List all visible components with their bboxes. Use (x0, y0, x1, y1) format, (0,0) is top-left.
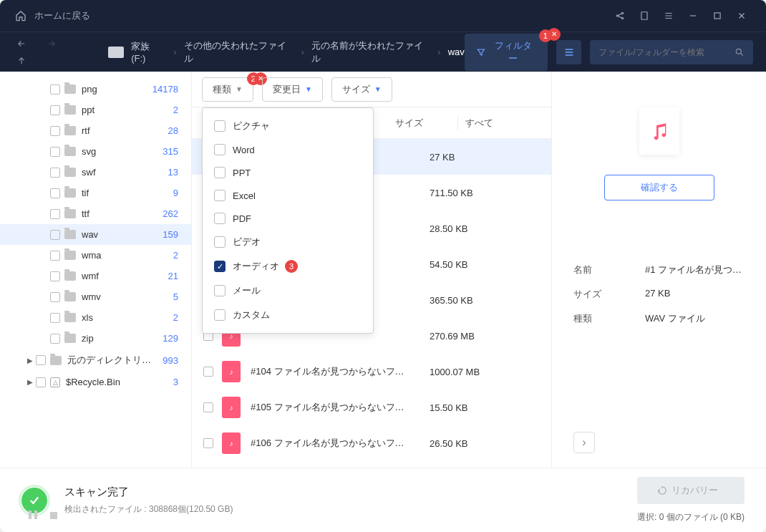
dropdown-item-custom[interactable]: カスタム (203, 303, 373, 327)
table-row[interactable]: ♪ #104 ファイル名が見つからないフ… 1000.07 MB (192, 354, 551, 390)
file-name: #106 ファイル名が見つからないフ… (251, 437, 430, 450)
sidebar-item-svg[interactable]: svg 315 (0, 141, 191, 162)
filter-clear-icon[interactable]: ✕ (548, 28, 561, 41)
close-icon[interactable] (732, 6, 752, 26)
dropdown-item-audio[interactable]: ✓ オーディオ3 (203, 254, 373, 279)
confirm-button[interactable]: 確認する (604, 175, 714, 200)
dropdown-item-mail[interactable]: メール (203, 279, 373, 303)
sidebar-item-xls[interactable]: xls 2 (0, 307, 191, 328)
nav-back-icon[interactable] (13, 35, 30, 52)
pause-icon[interactable] (29, 511, 37, 519)
filter-type-dropdown[interactable]: 種類▼ 2 ✕ (202, 77, 253, 102)
checkbox-icon[interactable] (214, 144, 226, 155)
sidebar-item[interactable]: ▶ 元のディレクトリを失っ… 993 (0, 349, 191, 372)
search-input[interactable] (598, 47, 735, 57)
sidebar-item-png[interactable]: png 14178 (0, 79, 191, 100)
sidebar-item-count: 3 (173, 377, 178, 387)
sidebar-item-rtf[interactable]: rtf 28 (0, 120, 191, 141)
dropdown-item-video[interactable]: ビデオ (203, 230, 373, 254)
home-link[interactable]: ホームに戻る (34, 9, 90, 22)
nav-forward-icon[interactable] (43, 35, 60, 52)
sidebar-item-wma[interactable]: wma 2 (0, 245, 191, 266)
dropdown-item-ppt[interactable]: PPT (203, 161, 373, 184)
filter-size-dropdown[interactable]: サイズ▼ (331, 77, 392, 102)
maximize-icon[interactable] (707, 6, 727, 26)
sidebar-item-tif[interactable]: tif 9 (0, 183, 191, 203)
titlebar: ホームに戻る (0, 0, 766, 32)
checkbox-icon[interactable] (50, 84, 60, 95)
col-all[interactable]: すべて (458, 117, 551, 130)
bookmark-icon[interactable] (634, 6, 654, 26)
crumb-1[interactable]: その他の失われたファイル (184, 39, 294, 65)
dropdown-item-word[interactable]: Word (203, 138, 373, 161)
checkbox-icon[interactable] (50, 313, 60, 323)
checkbox-icon[interactable] (36, 377, 46, 387)
folder-icon (64, 313, 76, 322)
col-size[interactable]: サイズ (388, 117, 458, 130)
sidebar-item-count: 28 (168, 125, 178, 136)
expand-icon[interactable]: ▶ (27, 357, 36, 364)
sidebar-item-wav[interactable]: wav 159 (0, 224, 191, 245)
checkbox-icon[interactable] (50, 188, 60, 198)
sidebar-item-wmf[interactable]: wmf 21 (0, 266, 191, 286)
checkbox-icon[interactable] (214, 167, 226, 178)
detail-type-label: 種類 (573, 312, 645, 325)
sidebar-item-swf[interactable]: swf 13 (0, 162, 191, 183)
search-icon[interactable] (735, 47, 745, 57)
minimize-icon[interactable] (683, 6, 703, 26)
stop-icon[interactable] (50, 512, 57, 519)
checkbox-icon[interactable] (50, 230, 60, 240)
filter-bar: 種類▼ 2 ✕ 変更日▼ サイズ▼ (192, 72, 551, 107)
dropdown-item-excel[interactable]: Excel (203, 184, 373, 207)
sidebar-item-count: 2 (173, 250, 178, 261)
sidebar-item-ppt[interactable]: ppt 2 (0, 100, 191, 120)
checkbox-icon[interactable] (50, 334, 60, 344)
checkbox-icon[interactable] (214, 120, 226, 132)
checkbox-icon[interactable] (50, 292, 60, 302)
menu-icon[interactable] (659, 6, 679, 26)
checkbox-icon[interactable] (50, 271, 60, 281)
checkbox-icon[interactable] (50, 168, 60, 178)
checkbox-icon[interactable] (50, 251, 60, 261)
expand-icon[interactable]: ▶ (27, 378, 36, 386)
share-icon[interactable] (610, 6, 630, 26)
dropdown-item-pdf[interactable]: PDF (203, 207, 373, 230)
checkbox-icon[interactable]: ✓ (214, 261, 226, 272)
file-size: 15.50 KB (430, 402, 544, 413)
checkbox-icon[interactable] (214, 309, 226, 321)
crumb-3[interactable]: wav (448, 47, 465, 57)
sidebar-item-ttf[interactable]: ttf 262 (0, 203, 191, 224)
view-toggle-icon[interactable] (556, 40, 582, 64)
sidebar-item-wmv[interactable]: wmv 5 (0, 286, 191, 307)
checkbox-icon[interactable] (214, 190, 226, 201)
checkbox-icon[interactable] (203, 438, 213, 448)
checkbox-icon[interactable] (214, 285, 226, 296)
sidebar-item-zip[interactable]: zip 129 (0, 328, 191, 349)
file-size: 27 KB (430, 152, 544, 163)
crumb-drive[interactable]: 家族 (F:) (131, 40, 166, 64)
crumb-2[interactable]: 元の名前が失われたファイル (311, 39, 431, 65)
checkbox-icon[interactable] (214, 236, 226, 248)
home-icon[interactable] (14, 9, 27, 22)
checkbox-icon[interactable] (36, 355, 46, 365)
table-row[interactable]: ♪ #106 ファイル名が見つからないフ… 26.50 KB (192, 425, 551, 461)
recovery-button[interactable]: リカバリー (637, 477, 745, 504)
dropdown-item-picture[interactable]: ピクチャ (203, 114, 373, 138)
table-row[interactable]: ♪ #105 ファイル名が見つからないフ… 15.50 KB (192, 390, 551, 425)
checkbox-icon[interactable] (50, 147, 60, 157)
svg-point-5 (736, 49, 741, 54)
sidebar-item-count: 2 (173, 105, 178, 115)
filter-date-dropdown[interactable]: 変更日▼ (262, 77, 323, 102)
checkbox-icon[interactable] (203, 367, 213, 377)
checkbox-icon[interactable] (50, 209, 60, 219)
nav-up-icon[interactable] (13, 52, 30, 69)
checkbox-icon[interactable] (50, 126, 60, 136)
dropdown-item-label: メール (233, 284, 261, 297)
checkbox-icon[interactable] (203, 402, 213, 412)
checkbox-icon[interactable] (50, 105, 60, 115)
checkbox-icon[interactable] (214, 213, 226, 224)
next-file-button[interactable]: › (573, 432, 595, 453)
sidebar-item[interactable]: ▶ △ $Recycle.Bin 3 (0, 372, 191, 392)
filter-button[interactable]: フィルター 1 ✕ (465, 34, 548, 71)
search-box[interactable] (590, 40, 753, 64)
